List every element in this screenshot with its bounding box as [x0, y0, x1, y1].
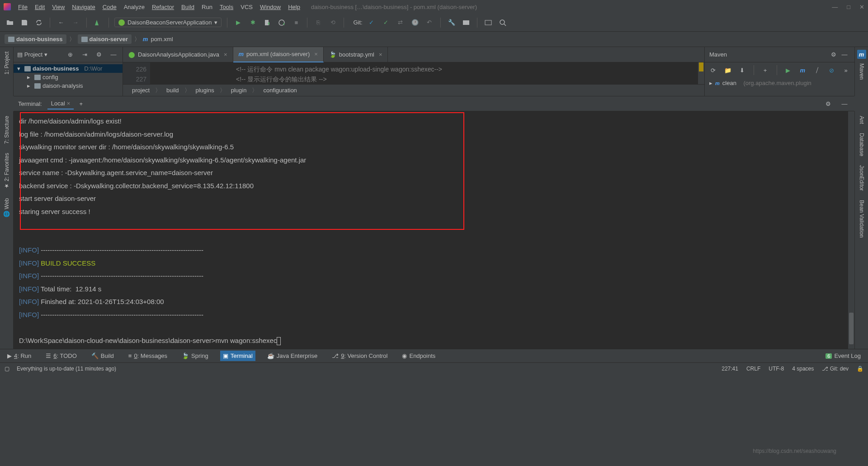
stop-icon[interactable]: ■	[291, 17, 302, 28]
close-tab-icon[interactable]: ×	[314, 51, 318, 57]
bottom-tab-run[interactable]: ▶ 4: Run	[5, 351, 34, 361]
menu-refactor[interactable]: Refactor	[152, 4, 174, 10]
right-tab-ant[interactable]: Ant	[857, 111, 867, 128]
bottom-tab-java-ee[interactable]: ☕ Java Enterprise	[264, 351, 320, 361]
reimport-icon[interactable]: ⟳	[708, 65, 718, 76]
editor-tab[interactable]: mpom.xml (daison-server)×	[233, 47, 324, 62]
menu-analyze[interactable]: Analyze	[124, 4, 145, 10]
bottom-tab-event-log[interactable]: 6 Event Log	[823, 351, 863, 361]
breadcrumb-file[interactable]: pom.xml	[151, 36, 173, 43]
left-tab-project[interactable]: 1: Project	[2, 47, 12, 79]
add-terminal-icon[interactable]: +	[79, 100, 83, 107]
terminal-scrollbar[interactable]	[848, 111, 854, 349]
git-history-icon[interactable]: 🕐	[410, 17, 420, 28]
hide-icon[interactable]: —	[839, 49, 850, 60]
build-icon[interactable]	[92, 17, 103, 28]
hide-icon[interactable]: —	[839, 98, 850, 109]
git-compare-icon[interactable]: ⇄	[395, 17, 406, 28]
forward-icon[interactable]: →	[70, 17, 81, 28]
crumb-item[interactable]: build	[166, 87, 179, 94]
project-view-selector[interactable]: ▤ Project ▾	[17, 51, 47, 58]
gear-icon[interactable]: ⚙	[94, 49, 104, 60]
profile-icon[interactable]	[276, 17, 287, 28]
menu-help[interactable]: Help	[288, 4, 300, 10]
status-position[interactable]: 227:41	[722, 366, 738, 372]
jrebel-icon[interactable]	[483, 17, 494, 28]
coverage-icon[interactable]	[262, 17, 273, 28]
bottom-tab-build[interactable]: 🔨 Build	[89, 351, 117, 361]
generate-sources-icon[interactable]: 📁	[723, 65, 733, 76]
toggle-offline-icon[interactable]: ⧸	[812, 65, 822, 76]
hide-icon[interactable]: —	[108, 49, 119, 60]
tree-node-root[interactable]: ▾daison-business D:\Wor	[14, 64, 123, 73]
status-tool-windows-icon[interactable]: ▢	[5, 366, 9, 372]
terminal-output[interactable]: dir /home/daison/admin/logs exist! log f…	[14, 111, 848, 349]
maven-m-icon[interactable]: m	[797, 65, 807, 76]
menu-tools[interactable]: Tools	[220, 4, 233, 10]
menu-code[interactable]: Code	[103, 4, 117, 10]
code-editor[interactable]: 226 227 <!-- 运行命令 mvn clean package wago…	[123, 62, 704, 84]
status-indent[interactable]: 4 spaces	[792, 366, 814, 372]
status-lock-icon[interactable]: 🔒	[857, 366, 863, 372]
menu-navigate[interactable]: Navigate	[72, 4, 95, 10]
expand-all-icon[interactable]: ⊕	[65, 49, 75, 60]
close-icon[interactable]: ✕	[859, 4, 864, 10]
menu-window[interactable]: Window	[260, 4, 281, 10]
debug-icon[interactable]: ✱	[247, 17, 258, 28]
close-tab-icon[interactable]: ×	[224, 51, 227, 58]
tree-node[interactable]: ▸daison-analysis	[14, 81, 123, 90]
right-tab-json[interactable]: JsonEditor	[857, 161, 867, 195]
menu-file[interactable]: File	[18, 4, 28, 10]
menu-view[interactable]: View	[52, 4, 65, 10]
close-tab-icon[interactable]: ×	[379, 51, 382, 58]
crumb-item[interactable]: plugins	[196, 87, 214, 94]
bottom-tab-version-control[interactable]: ⎇ 9: Version Control	[329, 351, 390, 361]
bottom-tab-spring[interactable]: 🍃 Spring	[179, 351, 211, 361]
editor-tab[interactable]: ⬤DaisonAnalysisApplication.java×	[123, 47, 233, 62]
status-git-branch[interactable]: ⎇ Git: dev	[822, 366, 849, 372]
more-icon[interactable]: »	[841, 65, 851, 76]
maven-tab-icon[interactable]: m	[857, 50, 866, 59]
left-tab-web[interactable]: 🌐 Web	[2, 194, 12, 222]
status-encoding[interactable]: UTF-8	[769, 366, 784, 372]
settings-icon[interactable]: 🔧	[446, 17, 457, 28]
bottom-tab-todo[interactable]: ☰ 6: TODO	[43, 351, 80, 361]
bottom-tab-messages[interactable]: ≡ 0: Messages	[126, 351, 170, 361]
gear-icon[interactable]: ⚙	[823, 98, 834, 109]
crumb-item[interactable]: plugin	[231, 87, 247, 94]
save-icon[interactable]	[19, 17, 30, 28]
git-revert-icon[interactable]: ↶	[424, 17, 435, 28]
run-icon[interactable]: ▶	[233, 17, 244, 28]
terminal-tab[interactable]: Local ×	[47, 98, 74, 109]
run-maven-icon[interactable]: ▶	[783, 65, 793, 76]
run-config-selector[interactable]: DaisonBeaconServerApplication ▾	[114, 18, 222, 27]
right-tab-maven[interactable]: Maven	[857, 59, 867, 84]
sync-icon[interactable]	[33, 17, 44, 28]
left-tab-favorites[interactable]: ★ 2: Favorites	[2, 148, 12, 194]
add-icon[interactable]: +	[760, 65, 770, 76]
menu-vcs[interactable]: VCS	[241, 4, 253, 10]
menu-run[interactable]: Run	[202, 4, 212, 10]
bottom-tab-endpoints[interactable]: ◉ Endpoints	[399, 351, 438, 361]
right-tab-database[interactable]: Database	[857, 128, 867, 161]
minimize-icon[interactable]: —	[832, 4, 838, 10]
toggle-skip-tests-icon[interactable]: ⊘	[826, 65, 836, 76]
right-tab-bean[interactable]: Bean Validation	[857, 195, 867, 242]
download-icon[interactable]: ⬇	[737, 65, 747, 76]
open-icon[interactable]	[5, 17, 15, 28]
bottom-tab-terminal[interactable]: ▣ Terminal	[220, 351, 255, 361]
close-tab-icon[interactable]: ×	[67, 100, 71, 107]
project-structure-icon[interactable]	[461, 17, 472, 28]
reload-icon[interactable]: ⟲	[327, 17, 338, 28]
vertical-scrollbar[interactable]	[698, 62, 704, 84]
back-icon[interactable]: ←	[56, 17, 66, 28]
crumb-item[interactable]: configuration	[263, 87, 297, 94]
editor-tab[interactable]: 🍃bootstrap.yml×	[324, 47, 388, 62]
maximize-icon[interactable]: □	[847, 4, 850, 10]
left-tab-structure[interactable]: 7: Structure	[2, 111, 12, 148]
attach-icon[interactable]: ⎘	[313, 17, 324, 28]
maven-tree-node[interactable]: ▸mclean (org.apache.maven.plugin	[709, 80, 850, 86]
menu-build[interactable]: Build	[181, 4, 194, 10]
tree-node[interactable]: ▸config	[14, 73, 123, 81]
menu-edit[interactable]: Edit	[35, 4, 45, 10]
